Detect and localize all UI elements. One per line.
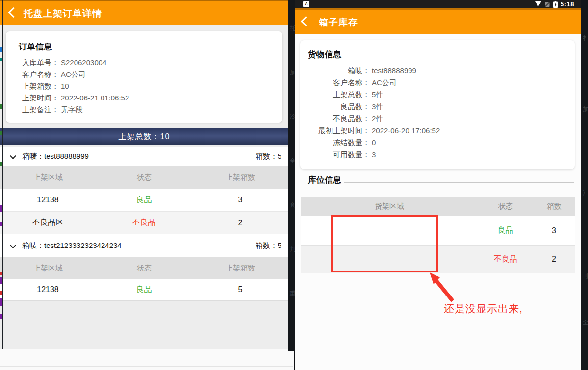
area-cell: 12138: [0, 189, 96, 211]
field-row: 箱唛： test88888999: [305, 65, 440, 77]
field-value: 5件: [372, 89, 383, 101]
status-cell: 良品: [478, 216, 533, 245]
field-label: 可用数量：: [305, 149, 370, 161]
field-value: 2件: [372, 113, 383, 125]
field-label: 上架时间：: [14, 92, 59, 104]
field-row: 上架备注： 无字段: [14, 104, 129, 116]
edge-artifact: [0, 272, 2, 275]
signal-triangle-icon: [535, 1, 541, 7]
left-screenshot-pallet-order-detail: 托盘上架订单详情 订单信息 入库单号： S2206203004 客户名称： AC…: [0, 0, 288, 349]
order-info-card: 订单信息 入库单号： S2206203004 客户名称： AC公司 上架箱数： …: [6, 31, 282, 123]
edge-artifact: [0, 131, 2, 135]
field-label: 入库单号：: [14, 57, 59, 69]
edge-artifact: [0, 58, 2, 61]
field-row: 客户名称： AC公司: [305, 77, 440, 89]
edge-artifact: [0, 162, 2, 166]
input-method-icon: A: [303, 1, 309, 7]
field-label: 良品数：: [305, 101, 370, 113]
field-label: 不良品数：: [305, 113, 370, 125]
table-row: 不良品区 不良品 2: [0, 211, 288, 234]
carton-mark-label: 箱唛：test2123332323424234: [22, 241, 122, 250]
field-label: 客户名称：: [305, 77, 370, 89]
location-section-title: 库位信息: [308, 174, 341, 186]
area-cell: 不良品区: [0, 212, 96, 234]
divider: [0, 366, 293, 367]
table-row: 12138 良品 5: [0, 279, 288, 301]
battery-charging-icon: [553, 1, 558, 8]
field-label: 上架箱数：: [14, 80, 59, 92]
divider-line: [294, 351, 295, 370]
goods-info-fields: 箱唛： test88888999 客户名称： AC公司 上架总数： 5件 良品数…: [305, 65, 440, 161]
field-label: 上架总数：: [305, 89, 370, 101]
column-header: 状态: [96, 166, 192, 189]
table-header-row: 上架区域 状态 上架箱数: [0, 166, 288, 189]
section-divider-line: [344, 182, 574, 183]
field-label: 客户名称：: [14, 69, 59, 80]
order-info-fields: 入库单号： S2206203004 客户名称： AC公司 上架箱数： 10 上架…: [14, 57, 129, 116]
field-row: 良品数： 3件: [305, 101, 440, 113]
field-row: 上架总数： 5件: [305, 89, 440, 101]
field-row: 入库单号： S2206203004: [14, 57, 129, 69]
annotation-highlight-box: [331, 215, 438, 272]
carton-group-header-1[interactable]: 箱唛：test88888999 箱数：5: [0, 147, 288, 166]
field-value: AC公司: [372, 77, 397, 89]
field-row: 不良品数： 2件: [305, 113, 440, 125]
back-arrow-icon: [301, 16, 311, 26]
count-cell: 2: [533, 246, 575, 273]
carton-count-label: 箱数：5: [256, 152, 281, 161]
status-cell: 良品: [96, 279, 192, 300]
field-row: 上架箱数： 10: [14, 80, 129, 92]
column-header: 上架区域: [0, 257, 96, 279]
field-value: test88888999: [372, 65, 416, 77]
field-row: 客户名称： AC公司: [14, 69, 129, 80]
column-header: 箱数: [533, 197, 575, 216]
edge-artifact: [0, 205, 2, 212]
android-status-bar: A 5:18: [295, 0, 581, 8]
field-label: 冻结数量：: [305, 137, 370, 149]
field-value: 2022-06-20 17:06:52: [372, 125, 440, 137]
field-label: 最初上架时间：: [305, 125, 370, 137]
column-header: 上架箱数: [192, 166, 288, 189]
page-title: 箱子库存: [319, 16, 358, 29]
status-bar-right-cluster: 5:18: [535, 0, 574, 8]
column-header: 状态: [478, 197, 533, 216]
edge-artifact: [0, 277, 2, 284]
edge-artifact: [0, 291, 2, 295]
column-header: 状态: [96, 257, 192, 279]
window-edge-line: [2, 0, 3, 349]
right-app-bar: 箱子库存: [295, 8, 581, 34]
carton-mark-label: 箱唛：test88888999: [22, 152, 89, 161]
field-value: 3: [372, 149, 376, 161]
field-value: 2022-06-21 01:06:52: [61, 92, 129, 104]
column-header: 货架区域: [301, 197, 478, 216]
column-header: 上架区域: [0, 166, 96, 189]
clock-text: 5:18: [561, 0, 574, 8]
back-arrow-icon: [8, 7, 19, 18]
annotation-text: 还是没显示出来,: [444, 302, 523, 316]
field-row: 可用数量： 3: [305, 149, 440, 161]
dark-bezel-left: 托 加 冷 全 套 判 重: [288, 0, 295, 351]
field-value: 无字段: [61, 104, 83, 116]
field-row: 最初上架时间： 2022-06-20 17:06:52: [305, 125, 440, 137]
count-cell: 5: [192, 279, 288, 300]
column-header: 上架箱数: [192, 257, 288, 279]
goods-info-title: 货物信息: [308, 49, 341, 60]
field-value: S2206203004: [61, 57, 106, 69]
back-button[interactable]: [10, 9, 17, 18]
field-value: 3件: [372, 101, 383, 113]
chevron-down-icon: [10, 242, 16, 248]
status-cell: 良品: [96, 189, 192, 211]
carton-group-header-2[interactable]: 箱唛：test2123332323424234 箱数：5: [0, 234, 288, 257]
edge-artifact: [0, 104, 2, 109]
field-label: 上架备注：: [14, 104, 59, 116]
total-count-bar: 上架总数：10: [0, 128, 288, 145]
count-cell: 3: [533, 216, 575, 245]
edge-artifact: [0, 298, 2, 306]
field-value: 10: [61, 80, 69, 92]
edge-artifact: [0, 314, 2, 319]
page-title: 托盘上架订单详情: [24, 7, 102, 20]
back-button[interactable]: [302, 18, 309, 27]
page-background-strip: [0, 349, 294, 370]
table-row: 12138 良品 3: [0, 189, 288, 211]
status-cell: 不良品: [96, 212, 192, 234]
